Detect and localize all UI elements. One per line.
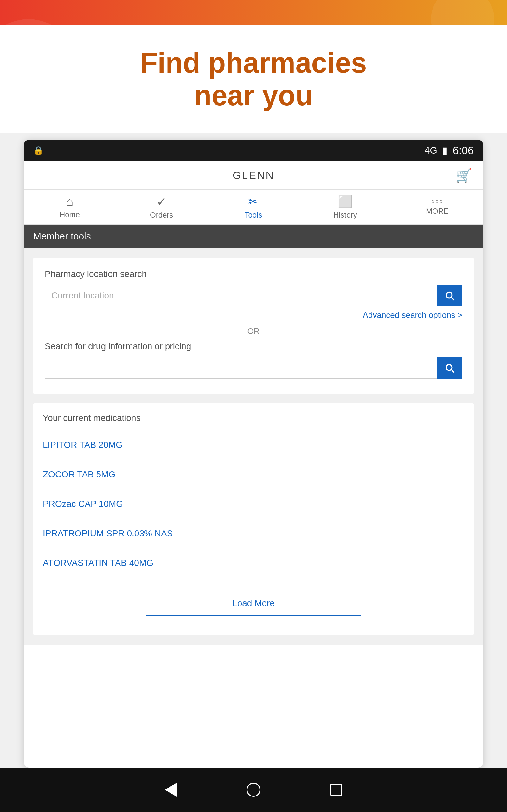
search-icon-drug xyxy=(444,362,455,374)
app-header: GLENN 🛒 xyxy=(24,161,483,190)
content-area: Pharmacy location search Advanced search… xyxy=(24,248,483,645)
search-card: Pharmacy location search Advanced search… xyxy=(33,258,474,394)
nav-label-more: MORE xyxy=(426,207,449,216)
android-back-button[interactable] xyxy=(165,783,177,797)
pharmacy-search-label: Pharmacy location search xyxy=(45,269,462,279)
drug-search-button[interactable] xyxy=(437,357,462,379)
med-item-1[interactable]: ZOCOR TAB 5MG xyxy=(33,460,474,490)
nav-item-home[interactable]: ⌂ Home xyxy=(24,190,116,224)
top-gradient-bar xyxy=(0,0,507,26)
nav-label-orders: Orders xyxy=(150,211,173,219)
status-right: 4G ▮ 6:06 xyxy=(425,144,474,157)
android-recent-button[interactable] xyxy=(330,784,342,796)
tools-icon: ✂ xyxy=(248,195,258,209)
load-more-section: Load More xyxy=(33,578,474,635)
bottom-nav: ⌂ Home ✓ Orders ✂ Tools ⬜ History ○○○ MO… xyxy=(24,190,483,224)
home-icon: ⌂ xyxy=(66,195,73,208)
hero-section: Find pharmacies near you xyxy=(0,26,507,133)
drug-search-label: Search for drug information or pricing xyxy=(45,341,462,351)
member-tools-bar: Member tools xyxy=(24,224,483,248)
status-left: 🔒 xyxy=(33,146,43,155)
back-icon xyxy=(165,783,177,797)
history-icon: ⬜ xyxy=(338,195,353,209)
drug-search-input[interactable] xyxy=(45,357,437,379)
status-bar: 🔒 4G ▮ 6:06 xyxy=(24,140,483,161)
or-divider: OR xyxy=(45,326,462,336)
phone-frame: 🔒 4G ▮ 6:06 GLENN 🛒 ⌂ Home ✓ Orders ✂ To… xyxy=(24,140,483,768)
nav-item-more[interactable]: ○○○ MORE xyxy=(391,190,483,224)
pharmacy-search-row xyxy=(45,285,462,306)
medications-card: Your current medications LIPITOR TAB 20M… xyxy=(33,403,474,635)
recent-icon xyxy=(330,784,342,796)
home-icon-android xyxy=(246,783,261,797)
hero-title: Find pharmacies near you xyxy=(140,47,367,112)
battery-icon: ▮ xyxy=(442,145,448,156)
pharmacy-search-button[interactable] xyxy=(437,285,462,306)
cart-button[interactable]: 🛒 xyxy=(455,167,472,183)
load-more-button[interactable]: Load More xyxy=(146,591,361,616)
or-text: OR xyxy=(247,326,260,336)
more-dots-icon: ○○○ xyxy=(431,198,444,205)
clock: 6:06 xyxy=(453,144,474,157)
med-item-0[interactable]: LIPITOR TAB 20MG xyxy=(33,430,474,460)
or-line-left xyxy=(45,331,241,332)
advanced-search-link[interactable]: Advanced search options > xyxy=(45,310,462,320)
med-item-4[interactable]: ATORVASTATIN TAB 40MG xyxy=(33,548,474,578)
pharmacy-location-input[interactable] xyxy=(45,285,437,306)
android-nav-bar xyxy=(0,768,507,812)
orders-icon: ✓ xyxy=(157,195,167,209)
nav-item-orders[interactable]: ✓ Orders xyxy=(116,190,208,224)
nav-label-home: Home xyxy=(60,210,80,219)
app-header-title: GLENN xyxy=(233,169,274,182)
med-item-3[interactable]: IPRATROPIUM SPR 0.03% NAS xyxy=(33,519,474,548)
member-tools-label: Member tools xyxy=(33,231,91,242)
med-item-2[interactable]: PROzac CAP 10MG xyxy=(33,490,474,519)
signal-indicator: 4G xyxy=(425,145,437,156)
or-line-right xyxy=(266,331,463,332)
android-home-button[interactable] xyxy=(246,783,261,797)
nav-item-tools[interactable]: ✂ Tools xyxy=(208,190,299,224)
lock-icon: 🔒 xyxy=(33,146,43,155)
nav-item-history[interactable]: ⬜ History xyxy=(299,190,391,224)
drug-search-row xyxy=(45,357,462,379)
medications-header: Your current medications xyxy=(33,403,474,430)
nav-label-tools: Tools xyxy=(244,211,262,219)
search-icon xyxy=(444,290,455,301)
nav-label-history: History xyxy=(333,211,357,219)
